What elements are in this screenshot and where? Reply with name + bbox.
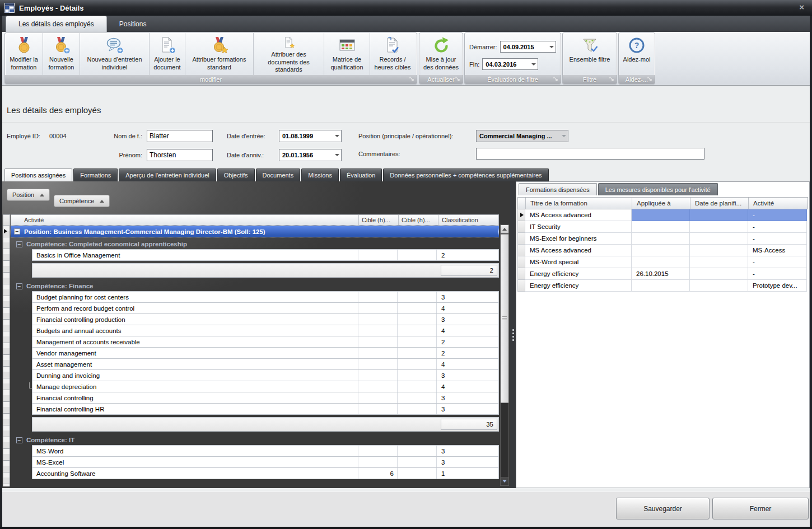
target2-cell[interactable]	[398, 336, 437, 347]
classification-cell[interactable]: 2	[437, 348, 494, 358]
activity-cell[interactable]: -	[748, 256, 807, 268]
comments-input[interactable]	[476, 148, 704, 160]
applied-cell[interactable]	[632, 209, 690, 221]
activity-cell[interactable]: -	[748, 221, 807, 233]
target1-cell[interactable]	[358, 292, 398, 302]
target1-cell[interactable]	[358, 314, 398, 325]
title-cell[interactable]: MS Access advanced	[525, 209, 632, 221]
planned-date-cell[interactable]	[690, 233, 748, 245]
table-row[interactable]: Dunning and invoicing3	[32, 369, 499, 381]
table-row[interactable]: MS-Excel3	[32, 456, 499, 468]
table-row[interactable]: MS Access advanced MS-Access	[517, 245, 808, 256]
competence-group-row[interactable]: − Compétence: Finance	[11, 280, 499, 292]
title-cell[interactable]: MS-Word special	[525, 256, 632, 268]
table-row[interactable]: Basics in Office Management 2	[32, 249, 499, 261]
tab-apercu-entretien[interactable]: Aperçu de l'entretien individuel	[119, 168, 216, 181]
planned-date-cell[interactable]	[690, 245, 748, 256]
modify-training-button[interactable]: Modifier la formation	[5, 33, 43, 75]
activity-cell[interactable]: Asset management	[32, 359, 358, 369]
tab-positions[interactable]: Positions	[107, 16, 159, 32]
target2-cell[interactable]	[398, 303, 437, 313]
classification-cell[interactable]: 3	[437, 446, 494, 456]
classification-cell[interactable]: 3	[437, 457, 494, 467]
table-row[interactable]: Financial controlling HR3	[32, 403, 499, 415]
activity-cell[interactable]: Basics in Office Management	[32, 250, 358, 260]
target1-cell[interactable]	[358, 348, 398, 358]
classification-cell[interactable]: 4	[437, 381, 494, 392]
target1-cell[interactable]: 6	[358, 468, 398, 479]
target2-cell[interactable]	[398, 392, 437, 403]
target1-cell[interactable]	[358, 303, 398, 313]
refresh-data-button[interactable]: Mise à jour des données	[419, 33, 463, 75]
classification-cell[interactable]: 3	[437, 292, 494, 302]
target1-cell[interactable]	[358, 325, 398, 336]
qualification-matrix-button[interactable]: Matrice de qualification	[324, 33, 370, 75]
classification-cell[interactable]: 1	[437, 468, 494, 479]
classification-cell[interactable]: 3	[437, 370, 494, 381]
target2-cell[interactable]	[398, 359, 437, 369]
scroll-down-icon[interactable]	[501, 477, 508, 485]
activity-cell[interactable]: -	[748, 233, 807, 245]
activity-cell[interactable]: Management of accounts receivable	[32, 336, 358, 347]
tab-objectifs[interactable]: Objectifs	[217, 168, 255, 181]
column-header-activity[interactable]: Activité	[749, 198, 808, 209]
classification-cell[interactable]: 2	[437, 250, 494, 260]
position-group-row[interactable]: − Position: Business Management-Commerci…	[11, 226, 499, 237]
title-cell[interactable]: Energy efficiency	[525, 280, 632, 292]
activity-cell[interactable]: Budgets and annual accounts	[32, 325, 358, 336]
group-by-position-button[interactable]: Position	[7, 189, 50, 201]
panel-splitter[interactable]	[510, 181, 516, 488]
target2-cell[interactable]	[398, 457, 437, 467]
tab-mesures-disponibles[interactable]: Les mesures disponibles pour l'activité	[598, 183, 718, 195]
start-date-combo[interactable]: 04.09.2015	[500, 41, 556, 53]
table-row[interactable]: Budgets and annual accounts4	[32, 325, 499, 336]
activity-cell[interactable]: -	[748, 268, 807, 280]
target2-cell[interactable]	[398, 446, 437, 456]
dialog-launcher-icon[interactable]	[553, 77, 559, 82]
planned-date-cell[interactable]	[690, 209, 748, 221]
table-row[interactable]: IT Security -	[517, 221, 808, 233]
table-row[interactable]: Financial controlling production3	[32, 313, 499, 325]
target2-cell[interactable]	[398, 348, 437, 358]
classification-cell[interactable]: 4	[437, 303, 494, 313]
activity-cell[interactable]: Budget planning for cost centers	[32, 292, 358, 302]
applied-cell[interactable]	[632, 256, 690, 268]
activity-cell[interactable]: Vendor management	[32, 348, 358, 358]
applied-cell[interactable]	[632, 233, 690, 245]
title-cell[interactable]: MS-Excel for beginners	[525, 233, 632, 245]
table-row-selected[interactable]: MS Access advanced -	[517, 209, 808, 221]
table-row[interactable]: Management of accounts receivable2	[32, 336, 499, 348]
tab-donnees-personnelles[interactable]: Données personnelles + compétences suppl…	[383, 168, 548, 181]
target1-cell[interactable]	[358, 370, 398, 381]
table-row[interactable]: Perform and record budget control4	[32, 302, 499, 314]
classification-cell[interactable]: 2	[437, 336, 494, 347]
tab-documents[interactable]: Documents	[256, 168, 301, 181]
dialog-launcher-icon[interactable]	[609, 77, 615, 82]
planned-date-cell[interactable]	[690, 256, 748, 268]
classification-cell[interactable]: 3	[437, 404, 494, 414]
planned-date-cell[interactable]	[690, 221, 748, 233]
activity-cell[interactable]: MS-Access	[748, 245, 807, 256]
target2-cell[interactable]	[398, 381, 437, 392]
collapse-icon[interactable]: −	[16, 437, 22, 443]
activity-cell[interactable]: Prototype dev...	[748, 280, 807, 292]
competence-group-row[interactable]: − Compétence: IT	[11, 434, 499, 446]
dialog-launcher-icon[interactable]	[647, 77, 653, 82]
target1-cell[interactable]	[358, 446, 398, 456]
classification-cell[interactable]: 3	[437, 314, 494, 325]
activity-cell[interactable]: Perform and record budget control	[32, 303, 358, 313]
tab-positions-assignees[interactable]: Positions assignées	[4, 168, 72, 181]
column-header-target1[interactable]: Cible (h)...	[359, 215, 399, 225]
table-row[interactable]: Budget planning for cost centers3	[32, 291, 499, 303]
tab-evaluation[interactable]: Évaluation	[340, 168, 382, 181]
dialog-launcher-icon[interactable]	[455, 77, 461, 82]
planned-date-cell[interactable]	[690, 280, 748, 292]
tab-missions[interactable]: Missions	[301, 168, 339, 181]
classification-cell[interactable]: 4	[437, 359, 494, 369]
column-header-activity[interactable]: Activité	[11, 215, 359, 225]
records-target-hours-button[interactable]: Records / heures cibles	[370, 33, 415, 75]
column-header-planned-date[interactable]: Date de planifi...	[690, 198, 749, 209]
table-row[interactable]: MS-Word3	[32, 445, 499, 457]
tab-details-employes[interactable]: Les détails des employés	[6, 16, 107, 32]
competence-group-row[interactable]: − Compétence: Completed economical appre…	[11, 238, 499, 250]
